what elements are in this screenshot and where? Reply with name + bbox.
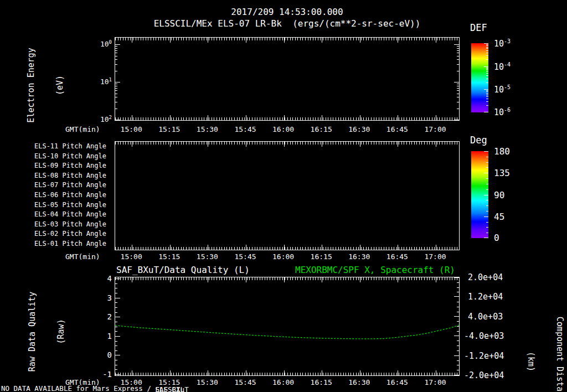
distance-tick-label: 1.2e+04 — [468, 292, 503, 302]
quality-axis-label-text: Raw Data Quality — [27, 292, 37, 372]
distance-curve-svg — [115, 277, 459, 375]
x-major-tick — [284, 115, 285, 120]
y-minor-tick — [457, 370, 459, 370]
quality-tick-label: 0 — [95, 350, 112, 359]
x-major-tick — [132, 38, 132, 43]
colorbar-minor-tick — [486, 205, 488, 206]
y-minor-tick — [115, 71, 117, 71]
y-minor-tick — [115, 283, 117, 284]
x-major-tick — [322, 370, 322, 375]
colorbar-minor-tick — [486, 200, 488, 200]
colorbar-major-tick — [484, 195, 488, 195]
y-major-tick — [115, 298, 120, 298]
line-plot-panel — [115, 277, 460, 376]
pitch-row-label: ELS-08 Pitch Angle — [28, 172, 106, 179]
time-tick-label: 15:45 — [232, 125, 259, 133]
time-tick-label: 15:00 — [118, 252, 145, 261]
energy-tick-label: 100 — [86, 39, 112, 48]
y-minor-tick — [115, 86, 117, 86]
no-data-message: NO DATA AVAILABLE for Mars Express / ELS… — [1, 384, 194, 392]
colorbar-major-tick — [484, 66, 488, 67]
y-minor-tick — [457, 50, 459, 51]
x-major-tick — [360, 142, 360, 147]
colorbar-minor-tick — [486, 93, 488, 94]
x-major-tick — [322, 38, 322, 43]
energy-tick-label: 102 — [86, 115, 112, 123]
colorbar-major-tick — [484, 216, 488, 217]
def-colorbar — [471, 43, 488, 112]
y-minor-tick — [115, 350, 117, 351]
y-minor-tick — [115, 56, 117, 56]
x-major-tick — [322, 115, 322, 120]
x-minor-ticks-bottom — [115, 117, 459, 120]
x-major-tick — [436, 277, 436, 282]
time-tick-label: 17:00 — [422, 378, 449, 386]
y-minor-tick — [457, 84, 459, 84]
pitch-row-label: ELS-02 Pitch Angle — [28, 230, 106, 238]
colorbar-minor-tick — [486, 59, 488, 60]
time-tick-label: 15:15 — [156, 252, 183, 261]
y-major-tick — [454, 375, 459, 375]
energy-axis-units: (eV) — [55, 75, 65, 95]
y-minor-tick — [457, 56, 459, 56]
y-minor-tick — [457, 287, 459, 288]
quality-axis-units: (Raw) — [56, 319, 66, 344]
y-major-tick — [115, 317, 120, 317]
x-major-tick — [208, 115, 208, 120]
x-major-tick — [170, 370, 171, 375]
colorbar-minor-tick — [486, 47, 488, 48]
x-major-tick — [132, 245, 132, 250]
x-minor-ticks-top — [115, 142, 459, 145]
time-tick-label: 15:30 — [194, 378, 220, 386]
y-minor-tick — [115, 302, 117, 303]
x-major-tick — [246, 115, 246, 120]
quality-tick-label: 1 — [95, 332, 112, 341]
x-major-tick — [132, 115, 132, 120]
def-tick-label: 10-4 — [494, 61, 511, 72]
x-major-tick — [208, 38, 208, 43]
y-minor-tick — [115, 84, 117, 84]
x-major-tick — [170, 245, 171, 250]
y-minor-tick — [115, 312, 117, 313]
y-minor-tick — [115, 102, 117, 102]
colorbar-minor-tick — [486, 44, 488, 45]
colorbar-minor-tick — [486, 50, 488, 51]
y-minor-tick — [115, 48, 117, 49]
no-data-source-b: SAF_BXuT — [155, 385, 188, 392]
x-major-tick — [208, 370, 208, 375]
x-major-tick — [246, 142, 246, 147]
time-tick-label: 16:15 — [308, 125, 334, 133]
def-tick-label: 10-6 — [494, 107, 511, 117]
pitch-row-label: ELS-06 Pitch Angle — [28, 191, 106, 199]
colorbar-minor-tick — [486, 45, 488, 46]
distance-series-title: MEXORBMC/SPF X, Spacecraft (R) — [295, 265, 455, 275]
deg-tick-label: 180 — [494, 146, 510, 157]
time-tick-label: 15:15 — [156, 125, 183, 133]
x-major-tick — [436, 142, 436, 147]
colorbar-major-tick — [484, 89, 488, 90]
time-tick-label: 15:45 — [232, 378, 259, 386]
y-minor-tick — [115, 293, 117, 293]
colorbar-minor-tick — [486, 70, 488, 70]
y-minor-tick — [457, 312, 459, 312]
colorbar-minor-tick — [486, 99, 488, 99]
x-major-tick — [436, 115, 436, 120]
deg-colorbar-title: Deg — [470, 135, 487, 146]
y-minor-tick — [457, 282, 459, 283]
quality-tick-label: 3 — [95, 293, 112, 302]
y-minor-tick — [115, 59, 117, 60]
x-major-tick — [132, 277, 132, 282]
y-minor-tick — [115, 331, 117, 332]
x-major-tick — [436, 370, 436, 375]
x-major-tick — [322, 245, 322, 250]
colorbar-minor-tick — [486, 157, 488, 157]
colorbar-minor-tick — [486, 96, 488, 97]
x-minor-ticks-bottom — [115, 247, 459, 250]
time-tick-label: 16:00 — [270, 378, 297, 386]
pitch-row-label: ELS-09 Pitch Angle — [28, 162, 106, 169]
x-major-tick — [170, 115, 171, 120]
distance-tick-label: 4.0e+03 — [468, 312, 503, 322]
y-major-tick — [454, 316, 459, 317]
distance-tick-label: -4.0e+03 — [464, 331, 504, 341]
y-minor-tick — [115, 288, 117, 288]
